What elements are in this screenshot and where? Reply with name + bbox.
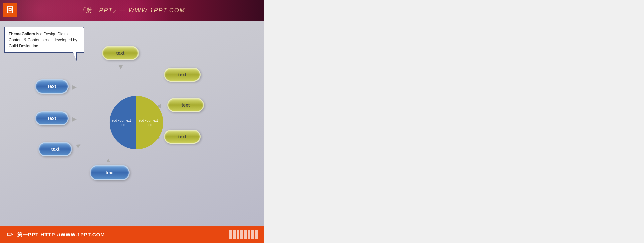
arrow-diag-left: ▶ bbox=[75, 141, 82, 149]
arrow-up-bottom: ▲ bbox=[105, 157, 111, 164]
pill-right-mid-label: text bbox=[182, 102, 190, 108]
pill-right-bot-label: text bbox=[178, 134, 187, 139]
pill-left-top-blue[interactable]: text bbox=[35, 79, 69, 94]
footer-bar-7 bbox=[251, 230, 254, 239]
circle-yellow-text: add your text in here bbox=[136, 117, 163, 128]
footer-bar-3 bbox=[237, 230, 239, 239]
footer-bar-1 bbox=[229, 230, 232, 239]
logo-box: 回 bbox=[3, 3, 17, 17]
slide-panel: 回 『第一PPT』— WWW.1PPT.COM ThemeGallery is … bbox=[0, 0, 264, 243]
pill-left-mid-blue[interactable]: text bbox=[35, 111, 69, 125]
pill-left-top-label: text bbox=[48, 84, 56, 89]
footer-bar-2 bbox=[233, 230, 236, 239]
pill-left-bot-label: text bbox=[51, 146, 60, 152]
circle-blue-text: add your text in here bbox=[110, 117, 136, 128]
pill-right-mid-green[interactable]: text bbox=[167, 98, 204, 112]
footer-bar-8 bbox=[255, 230, 258, 239]
arrow-right-top: ▶ bbox=[72, 83, 77, 91]
slide-header: 回 『第一PPT』— WWW.1PPT.COM bbox=[0, 0, 264, 21]
footer-bar-5 bbox=[244, 230, 247, 239]
slide-body: ThemeGallery is a Design Digital Content… bbox=[0, 21, 264, 226]
pill-left-mid-label: text bbox=[48, 116, 56, 121]
arrow-down-top: ▼ bbox=[117, 63, 124, 71]
footer-text: 第一PPT HTTP://WWW.1PPT.COM bbox=[17, 232, 225, 238]
pill-bottom-blue[interactable]: text bbox=[90, 165, 130, 180]
center-circle: add your text in here add your text in h… bbox=[110, 96, 163, 149]
footer-bars bbox=[229, 230, 258, 239]
callout-bold: ThemeGallery bbox=[9, 32, 35, 36]
pill-right-top-label: text bbox=[178, 72, 187, 77]
circle-blue-half: add your text in here bbox=[110, 96, 136, 149]
slide-footer: ✏ 第一PPT HTTP://WWW.1PPT.COM bbox=[0, 226, 264, 243]
footer-bar-6 bbox=[248, 230, 250, 239]
arrow-right-mid-left: ▶ bbox=[72, 115, 77, 123]
pill-bottom-label: text bbox=[106, 170, 114, 175]
pill-left-bot-blue[interactable]: text bbox=[38, 142, 72, 156]
circle-yellow-half: add your text in here bbox=[136, 96, 163, 149]
logo-icon: 回 bbox=[6, 5, 14, 15]
pill-top-green-label: text bbox=[116, 50, 125, 56]
right-panel bbox=[264, 0, 644, 243]
footer-pencil-icon: ✏ bbox=[7, 230, 13, 239]
footer-bar-4 bbox=[240, 230, 243, 239]
pill-right-bot-green[interactable]: text bbox=[164, 130, 201, 144]
pill-right-top-green[interactable]: text bbox=[164, 68, 201, 82]
pill-top-green[interactable]: text bbox=[102, 46, 139, 60]
callout-box: ThemeGallery is a Design Digital Content… bbox=[4, 27, 84, 53]
header-title: 『第一PPT』— WWW.1PPT.COM bbox=[79, 6, 185, 14]
